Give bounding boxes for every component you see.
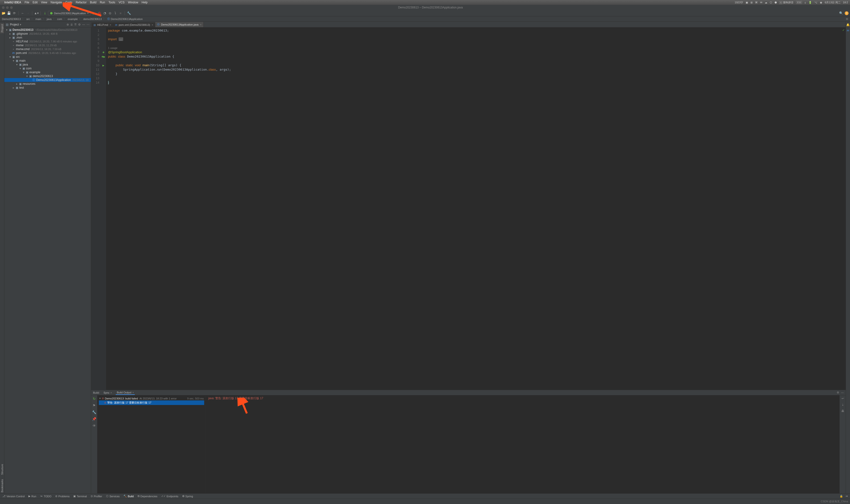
bottom-tab-problems[interactable]: ⊘Problems	[55, 494, 69, 498]
stop-icon[interactable]: ■	[118, 11, 123, 15]
tree-item[interactable]: ▸▣test	[4, 86, 91, 90]
bottom-tab-build[interactable]: 🔨Build	[123, 494, 134, 498]
scroll-end-icon[interactable]: ⇣	[842, 403, 844, 407]
rerun-icon[interactable]: ↻	[93, 397, 96, 401]
build-output[interactable]: java: 警告: 源发行版 17 需要目标发行版 17	[206, 395, 839, 493]
forward-icon[interactable]: →	[26, 11, 30, 15]
expand-icon[interactable]: 🔧	[92, 410, 96, 414]
close-icon[interactable]: ×	[200, 23, 201, 26]
analysis-ok-icon[interactable]: ✓	[842, 29, 845, 32]
avatar[interactable]: ?	[845, 11, 849, 15]
time[interactable]: 18:2	[843, 1, 848, 4]
tree-item[interactable]: ▾▣main	[4, 59, 91, 62]
project-header-label[interactable]: Project ▾	[10, 23, 65, 26]
menu-view[interactable]: View	[41, 1, 47, 4]
tree-item[interactable]: ▫mvnw.cmd2023/6/13, 18:20, 7.59 kB	[4, 47, 91, 51]
wrench-icon[interactable]: 🔧	[127, 11, 131, 15]
bookmarks-tab[interactable]: Bookmarks	[0, 478, 4, 493]
notifications-icon[interactable]: 🔔	[846, 23, 850, 26]
tree-item[interactable]: ▸▣.gitignore2023/6/13, 18:20, 408 B	[4, 32, 91, 36]
menu-help[interactable]: Help	[142, 1, 147, 4]
menubar-icon[interactable]: ⬡	[770, 1, 772, 4]
siri-icon[interactable]: ◉	[820, 1, 822, 4]
project-tab[interactable]: Project	[0, 23, 4, 33]
bottom-tab-spring[interactable]: ✿Spring	[182, 494, 193, 498]
editor-tab-app[interactable]: ⓒ Demo20230613Application.java ×	[155, 22, 204, 27]
traffic-lights[interactable]	[2, 6, 13, 9]
settings-icon[interactable]: ⚙	[78, 23, 81, 26]
search-icon[interactable]: 🔍	[839, 11, 843, 15]
battery-icon[interactable]: 🔋	[809, 1, 812, 4]
menubar-icon[interactable]: ⬢	[775, 1, 777, 4]
menu-navigate[interactable]: Navigate	[51, 1, 62, 4]
control-center-icon[interactable]: ⌥	[814, 1, 817, 4]
select-opened-icon[interactable]: ⊕	[67, 23, 69, 26]
bottom-tab-profiler[interactable]: ⊙Profiler	[91, 494, 102, 498]
wechat-icon[interactable]: ✉	[760, 1, 762, 4]
hide-icon[interactable]: —	[82, 23, 85, 26]
bc-item[interactable]: example	[68, 18, 78, 20]
line-gutter[interactable]: 123567891011121314	[91, 28, 101, 390]
menubar-icon[interactable]: ☁	[765, 1, 767, 4]
menu-window[interactable]: Window	[128, 1, 138, 4]
editor-tab-pom[interactable]: m pom.xml (Demo20230613) ×	[113, 22, 155, 27]
pin-icon[interactable]: 📌	[92, 417, 96, 421]
tree-item[interactable]: ▾▣demo20230613	[4, 74, 91, 78]
menu-vcs[interactable]: VCS	[119, 1, 125, 4]
gutter-icons[interactable]: ❃ ❃ ▶ ▶	[101, 28, 106, 390]
settings-icon[interactable]: ⚙	[837, 391, 839, 394]
tree-item[interactable]: ⓒDemo20230613Application2023/6/13, 18	[4, 78, 91, 82]
window-titlebar[interactable]: Demo20230613 – Demo20230613Application.j…	[0, 5, 850, 10]
editor-tab-help[interactable]: ▤ HELP.md ×	[92, 22, 113, 27]
lock-icon[interactable]: 🔒	[839, 494, 843, 498]
tree-item[interactable]: mpom.xml2023/6/13, 18:20, 9.45 kB 3 minu…	[4, 51, 91, 55]
attach-icon[interactable]: ⤵	[113, 11, 118, 15]
debug-icon[interactable]: 🐞	[97, 11, 102, 15]
collapse-all-icon[interactable]: ⇈	[74, 23, 77, 26]
run-gutter-icon[interactable]: ▶	[103, 55, 105, 58]
close-icon[interactable]: ×	[110, 23, 111, 26]
menu-tools[interactable]: Tools	[108, 1, 115, 4]
sync-icon[interactable]: ⟳	[12, 11, 16, 15]
back-icon[interactable]: ←	[20, 11, 25, 15]
add-config-icon[interactable]: ▲▾	[34, 11, 39, 15]
maven-tool-icon[interactable]: m	[847, 29, 849, 32]
bc-item[interactable]: demo20230613	[83, 18, 102, 20]
bottom-tab-dependencies[interactable]: ⧉Dependencies	[138, 494, 157, 498]
build-tree[interactable]: ▾ ⊘ Demo20230613: build failed At 2023/6…	[98, 395, 206, 493]
print-icon[interactable]: 🖶	[841, 409, 844, 413]
ime-label[interactable]: S 搜狗拼音	[779, 1, 794, 4]
build-root-row[interactable]: ▾ ⊘ Demo20230613: build failed At 2023/6…	[99, 396, 204, 400]
menu-refactor[interactable]: Refactor	[76, 1, 87, 4]
close-icon[interactable]: ×	[152, 23, 153, 26]
spring-gutter-icon[interactable]: ❃	[102, 55, 103, 58]
bc-item[interactable]: Demo20230613Application	[111, 18, 143, 20]
build-output-tab[interactable]: Build Output ×	[116, 391, 135, 395]
bottom-tab-version-control[interactable]: ⎇Version Control	[2, 494, 24, 498]
tree-root[interactable]: ▾ ▣ Demo20230613 ~/Downloads/Video/Demo2…	[4, 28, 91, 32]
hide-icon[interactable]: —	[841, 391, 844, 394]
menubar-icon[interactable]: ▣	[746, 1, 748, 4]
run-config-selector[interactable]: Demo20230613Application ▾	[48, 11, 91, 15]
editor-switch-icon[interactable]: ⊟	[846, 17, 848, 20]
bottom-tab-endpoints[interactable]: ✓✓Endpoints	[161, 494, 178, 498]
ime-badge[interactable]: ES3	[796, 1, 802, 4]
more-icon[interactable]: ⋯	[87, 23, 89, 26]
bc-item[interactable]: src	[26, 18, 30, 20]
bc-item[interactable]: Demo20230613	[2, 18, 21, 20]
run-icon[interactable]: ▶	[92, 11, 96, 15]
menu-code[interactable]: Code	[65, 1, 72, 4]
code-content[interactable]: package com.example.demo20230613; import…	[106, 28, 846, 390]
menubar-icon[interactable]: ⊞	[750, 1, 752, 4]
tree-item[interactable]: ▸▣resources	[4, 82, 91, 86]
tree-item[interactable]: ▾▣com	[4, 67, 91, 70]
vcs-update-icon[interactable]: ⤓	[43, 11, 47, 15]
menu-run[interactable]: Run	[100, 1, 105, 4]
menubar-icon[interactable]: ⌘	[755, 1, 758, 4]
tree-item[interactable]: ▫HELP.md2023/6/13, 18:20, 7.86 kB 6 minu…	[4, 39, 91, 43]
profile-icon[interactable]: ⊙	[108, 11, 112, 15]
build-error-row[interactable]: ⊘ 警告: 源发行版 17 需要目标发行版 17	[99, 400, 204, 405]
bottom-tab-run[interactable]: ▶Run	[29, 494, 36, 498]
tree-item[interactable]: ▾▣java	[4, 62, 91, 67]
sync-tab[interactable]: Sync ×	[103, 391, 113, 395]
